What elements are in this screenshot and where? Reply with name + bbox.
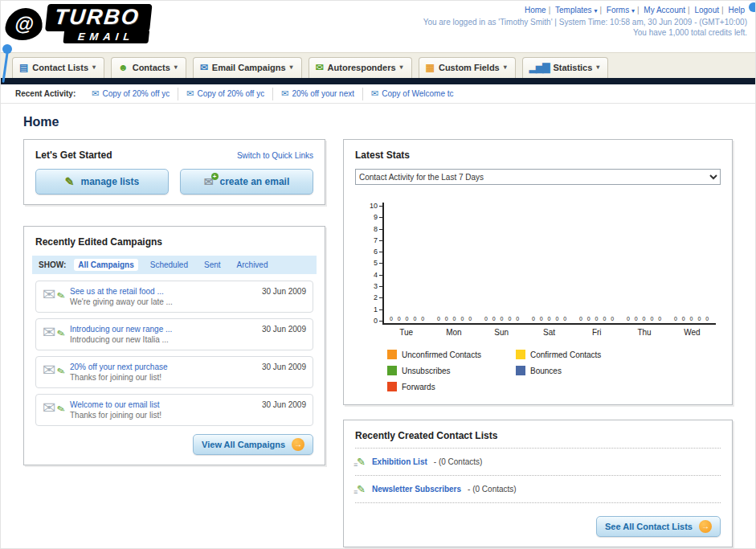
logo-text: TURBO EMAIL: [43, 4, 152, 43]
y-tick-label: 10: [370, 203, 382, 210]
campaign-filter-bar: SHOW: All Campaigns Scheduled Sent Archi…: [32, 256, 317, 274]
show-label: SHOW:: [39, 260, 66, 269]
create-email-label: create an email: [220, 176, 290, 187]
tab-email-campaigns[interactable]: ✉ Email Campaigns ▾: [193, 57, 302, 78]
tab-contact-lists[interactable]: ▤ Contact Lists ▾: [12, 57, 104, 78]
contact-list-link[interactable]: Newsletter Subscribers: [372, 485, 461, 494]
campaign-title-link[interactable]: Welcome to our email list: [70, 400, 255, 409]
campaign-subtitle: Thanks for joining our list!: [70, 373, 255, 382]
envelope-icon: ✉: [371, 88, 378, 99]
campaign-row[interactable]: ✉✎ 20% off your next purchase Thanks for…: [35, 356, 313, 388]
envelope-pencil-icon: ✉✎: [43, 400, 63, 418]
chart-day-group: 0 0 0 0 0: [479, 316, 526, 323]
filter-tab-scheduled[interactable]: Scheduled: [146, 259, 192, 271]
legend-swatch: [387, 382, 397, 391]
autoresponders-icon: ✉: [316, 63, 324, 72]
y-tick-label: 8: [374, 226, 382, 233]
nav-link-templates[interactable]: Templates ▾: [555, 6, 597, 14]
activity-item-label: Copy of Welcome tc: [382, 89, 453, 98]
legend-item: Unconfirmed Contacts: [387, 350, 516, 359]
tab-statistics[interactable]: ▂▅▇ Statistics ▾: [522, 57, 609, 78]
chart-legend: Unconfirmed ContactsConfirmed ContactsUn…: [387, 350, 721, 391]
contact-list-row[interactable]: ≡✎ Newsletter Subscribers - (0 Contacts): [355, 476, 721, 503]
nav-link-logout[interactable]: Logout: [694, 6, 719, 14]
recent-activity-item[interactable]: ✉ Copy of 20% off yc: [84, 88, 178, 100]
y-tick-label: 9: [374, 214, 382, 221]
legend-item: Confirmed Contacts: [516, 350, 644, 359]
arrow-right-icon: →: [292, 438, 304, 451]
get-started-title: Let's Get Started: [35, 150, 112, 161]
nav-link-home[interactable]: Home: [525, 6, 546, 14]
app-page: @ TURBO EMAIL Home| Templates ▾| Forms ▾…: [0, 0, 756, 549]
legend-swatch: [387, 350, 397, 359]
contact-list-link[interactable]: Exhibition List: [372, 457, 427, 466]
legend-label: Unconfirmed Contacts: [402, 350, 481, 359]
x-tick-label: Sat: [525, 328, 573, 337]
view-all-campaigns-button[interactable]: View All Campaigns →: [193, 434, 313, 455]
credits-info: You have 1,000 total credits left.: [423, 28, 747, 37]
x-tick-label: Wed: [668, 328, 716, 337]
manage-lists-button[interactable]: ✎ manage lists: [35, 169, 169, 195]
logo-title: TURBO: [45, 4, 153, 31]
campaign-subtitle: Thanks for joining our list!: [70, 411, 255, 420]
tab-label: Custom Fields: [439, 63, 500, 72]
campaign-title-link[interactable]: Introducing our new range ...: [70, 325, 255, 334]
campaign-title-link[interactable]: See us at the retail food ...: [70, 287, 255, 296]
campaign-date: 30 Jun 2009: [262, 363, 306, 371]
chart-day-group: 0 0 0 0 0: [621, 316, 668, 323]
app-logo: @ TURBO EMAIL: [3, 4, 152, 43]
campaign-row[interactable]: ✉✎ Introducing our new range ... Introdu…: [35, 318, 313, 350]
legend-label: Unsubscribes: [402, 367, 451, 375]
chart-value-labels: 0 0 0 0 0: [437, 316, 473, 322]
separator: |: [637, 6, 640, 14]
tab-custom-fields[interactable]: ▦ Custom Fields ▾: [419, 57, 516, 78]
x-tick-label: Tue: [382, 328, 430, 337]
filter-tab-all-campaigns[interactable]: All Campaigns: [74, 259, 137, 271]
envelope-plus-icon: ✉+: [204, 175, 214, 188]
top-nav-links: Home| Templates ▾| Forms ▾| My Account| …: [423, 6, 747, 14]
campaign-subtitle: Introducing our new Italia ...: [70, 335, 255, 344]
latest-stats-title: Latest Stats: [355, 150, 721, 161]
y-tick-label: 0: [374, 318, 382, 325]
filter-tab-sent[interactable]: Sent: [200, 259, 225, 271]
tab-label: Statistics: [553, 63, 592, 72]
recent-activity-item[interactable]: ✉ Copy of Welcome tc: [362, 88, 462, 100]
contact-list-row[interactable]: ≡✎ Exhibition List - (0 Contacts): [355, 448, 721, 476]
separator: |: [688, 6, 690, 14]
y-tick-label: 7: [374, 237, 382, 244]
legend-item: Forwards: [387, 382, 516, 391]
recent-activity-item[interactable]: ✉ Copy of 20% off yc: [178, 88, 272, 100]
nav-link-forms[interactable]: Forms ▾: [607, 6, 635, 14]
y-tick-label: 4: [374, 272, 382, 279]
recent-activity-item[interactable]: ✉ 20% off your next: [272, 88, 362, 100]
contacts-icon: ☻: [118, 63, 129, 72]
nav-link-help[interactable]: Help: [728, 6, 745, 14]
tab-autoresponders[interactable]: ✉ Autoresponders ▾: [309, 57, 412, 78]
header-right: Home| Templates ▾| Forms ▾| My Account| …: [423, 4, 747, 37]
chevron-down-icon: ▾: [290, 64, 293, 71]
campaign-row[interactable]: ✉✎ See us at the retail food ... We're g…: [35, 281, 313, 313]
pencil-icon: ✎: [65, 175, 75, 188]
stats-range-select[interactable]: Contact Activity for the Last 7 Days: [355, 169, 721, 185]
campaign-row[interactable]: ✉✎ Welcome to our email list Thanks for …: [35, 394, 313, 426]
chart-value-labels: 0 0 0 0 0: [532, 316, 568, 322]
login-info: You are logged in as 'Timothy Smith' | S…: [423, 18, 747, 27]
filter-tab-archived[interactable]: Archived: [233, 259, 272, 271]
pencil-list-icon: ≡✎: [357, 456, 366, 468]
switch-quick-links-link[interactable]: Switch to Quick Links: [237, 151, 313, 160]
legend-item: Unsubscribes: [387, 366, 516, 375]
campaign-date: 30 Jun 2009: [262, 325, 306, 334]
legend-item: Bounces: [516, 366, 644, 375]
legend-label: Forwards: [402, 383, 435, 391]
y-tick-label: 1: [374, 306, 382, 313]
contact-lists-icon: ▤: [19, 63, 28, 72]
logo-swirl-icon: @: [4, 8, 44, 40]
see-all-contact-lists-button[interactable]: See All Contact Lists →: [596, 516, 721, 537]
create-email-button[interactable]: ✉+ create an email: [180, 169, 313, 195]
tab-contacts[interactable]: ☻ Contacts ▾: [111, 57, 186, 78]
chart-x-axis-labels: TueMonSunSatFriThuWed: [382, 328, 716, 337]
top-header: @ TURBO EMAIL Home| Templates ▾| Forms ▾…: [1, 1, 755, 52]
chevron-down-icon: ▾: [594, 7, 597, 14]
nav-link-my-account[interactable]: My Account: [644, 6, 685, 14]
campaign-title-link[interactable]: 20% off your next purchase: [70, 363, 255, 371]
